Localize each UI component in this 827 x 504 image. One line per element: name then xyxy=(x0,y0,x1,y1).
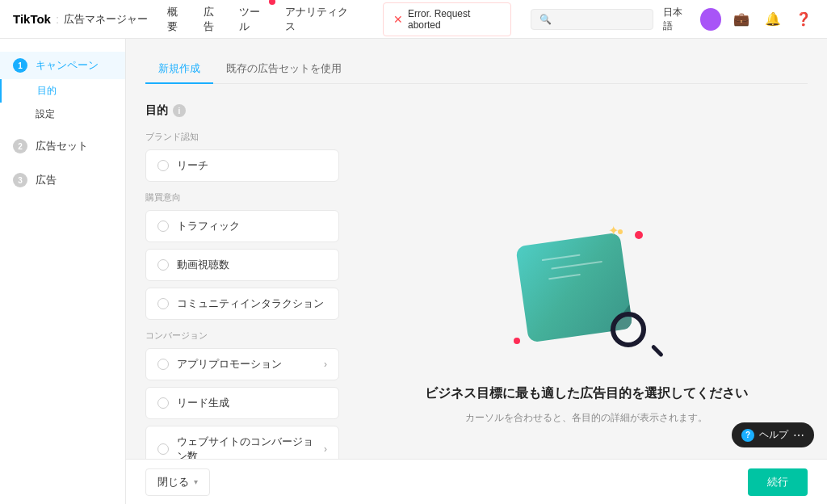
tab-new-create[interactable]: 新規作成 xyxy=(145,55,213,84)
sidebar-item-ad[interactable]: 3 広告 xyxy=(0,166,125,194)
nav-overview[interactable]: 概要 xyxy=(167,2,187,37)
footer-left: 閉じる ▾ xyxy=(145,468,210,496)
preview-desc: カーソルを合わせると、各目的の詳細が表示されます。 xyxy=(465,410,707,426)
map-lines xyxy=(542,250,614,315)
preview-panel: ✦ ビジネス目標に最も適した広告目的を選択してください カーソルを合わせると、各… xyxy=(365,131,808,459)
step-badge-2: 2 xyxy=(13,139,27,153)
top-nav: TikTok : 広告マネージャー 概要 広告 ツール アナリティクス ✕ Er… xyxy=(0,0,827,39)
objective-reach[interactable]: リーチ xyxy=(145,149,339,182)
objective-app-promo[interactable]: アプリプロモーション › xyxy=(145,348,339,380)
objective-lead-gen[interactable]: リード生成 xyxy=(145,387,339,419)
nav-right: 🔍 日本語 💼 🔔 ❓ xyxy=(531,6,814,33)
search-icon: 🔍 xyxy=(539,14,552,25)
logo-tiktok: TikTok xyxy=(13,12,51,26)
tools-badge xyxy=(269,0,275,5)
close-button[interactable]: 閉じる ▾ xyxy=(145,468,210,496)
radio-app-promo[interactable] xyxy=(157,359,169,370)
magnifier-graphic xyxy=(611,312,659,360)
sidebar-item-adset[interactable]: 2 広告セット xyxy=(0,132,125,160)
bell-icon[interactable]: 🔔 xyxy=(762,8,783,31)
radio-website-conv[interactable] xyxy=(157,443,169,455)
chevron-app-promo: › xyxy=(324,359,327,370)
info-icon[interactable]: i xyxy=(173,104,186,117)
sidebar-section-campaign: 1 キャンペーン 目的 設定 xyxy=(0,52,125,126)
language-selector[interactable]: 日本語 xyxy=(663,6,691,33)
map-line-3 xyxy=(548,273,581,279)
nav-analytics[interactable]: アナリティクス xyxy=(285,2,354,37)
magnifier-circle xyxy=(611,312,646,347)
magnifier-handle xyxy=(651,344,664,357)
search-bar[interactable]: 🔍 xyxy=(531,9,653,30)
two-col-layout: ブランド認知 リーチ 購買意向 トラフィック 動画視聴数 xyxy=(145,131,808,459)
page-footer: 閉じる ▾ 続行 xyxy=(126,459,827,504)
main-layout: 1 キャンペーン 目的 設定 2 広告セット 3 広告 xyxy=(0,39,827,504)
radio-traffic[interactable] xyxy=(157,220,169,232)
sidebar-section-ad: 3 広告 xyxy=(0,166,125,194)
objectives-panel: ブランド認知 リーチ 購買意向 トラフィック 動画視聴数 xyxy=(145,131,339,459)
help-question-icon: ? xyxy=(741,429,754,442)
briefcase-icon[interactable]: 💼 xyxy=(731,8,752,31)
objective-traffic[interactable]: トラフィック xyxy=(145,210,339,242)
objective-video-views[interactable]: 動画視聴数 xyxy=(145,249,339,281)
decorative-dot-1 xyxy=(635,231,643,239)
illustration: ✦ xyxy=(506,223,667,368)
radio-video-views[interactable] xyxy=(157,259,169,271)
section-title: 目的 i xyxy=(145,103,808,118)
help-circle-icon[interactable]: ❓ xyxy=(793,8,814,31)
avatar xyxy=(700,8,721,31)
decorative-dot-2 xyxy=(514,338,520,344)
nav-links: 概要 広告 ツール アナリティクス xyxy=(167,2,354,37)
sidebar-ad-label: 広告 xyxy=(36,173,57,187)
continue-button[interactable]: 続行 xyxy=(748,468,808,496)
category-purchase: 購買意向 xyxy=(145,191,339,204)
error-toast: ✕ Error. Request aborted xyxy=(383,2,511,36)
radio-community[interactable] xyxy=(157,298,169,309)
sidebar: 1 キャンペーン 目的 設定 2 広告セット 3 広告 xyxy=(0,39,126,504)
step-badge-3: 3 xyxy=(13,173,27,187)
sidebar-sub-settings[interactable]: 設定 xyxy=(0,103,125,126)
preview-title: ビジネス目標に最も適した広告目的を選択してください xyxy=(425,384,748,402)
sidebar-sub-objective[interactable]: 目的 xyxy=(0,79,125,103)
category-brand: ブランド認知 xyxy=(145,131,339,143)
help-button[interactable]: ? ヘルプ ⋯ xyxy=(732,422,814,447)
close-dropdown-icon: ▾ xyxy=(194,477,198,486)
logo-sep: : xyxy=(56,12,59,26)
sidebar-item-campaign[interactable]: 1 キャンペーン xyxy=(0,52,125,79)
tab-existing-adset[interactable]: 既存の広告セットを使用 xyxy=(213,55,355,84)
tabs: 新規作成 既存の広告セットを使用 xyxy=(145,55,808,84)
help-more-icon: ⋯ xyxy=(793,429,804,442)
step-badge-1: 1 xyxy=(13,58,27,73)
map-line-1 xyxy=(542,254,581,261)
sidebar-section-adset: 2 広告セット xyxy=(0,132,125,160)
nav-ads[interactable]: 広告 xyxy=(204,2,223,37)
logo: TikTok : 広告マネージャー xyxy=(13,12,148,27)
sidebar-campaign-label: キャンペーン xyxy=(36,58,99,73)
error-icon: ✕ xyxy=(393,13,403,26)
help-label: ヘルプ xyxy=(759,428,788,442)
decorative-star: ✦ xyxy=(608,223,619,238)
content-area: 新規作成 既存の広告セットを使用 目的 i ブランド認知 リーチ xyxy=(126,39,827,459)
sidebar-adset-label: 広告セット xyxy=(36,139,88,153)
objective-community[interactable]: コミュニティインタラクション xyxy=(145,288,339,320)
radio-lead-gen[interactable] xyxy=(157,397,169,409)
error-message: Error. Request aborted xyxy=(408,8,501,31)
radio-reach[interactable] xyxy=(157,160,169,171)
objective-website-conv[interactable]: ウェブサイトのコンバージョン数 › xyxy=(145,426,339,459)
logo-subtitle: 広告マネージャー xyxy=(64,12,148,27)
category-conversion: コンバージョン xyxy=(145,330,339,342)
nav-tools[interactable]: ツール xyxy=(239,2,269,37)
map-line-2 xyxy=(551,261,602,270)
chevron-website-conv: › xyxy=(324,443,327,455)
